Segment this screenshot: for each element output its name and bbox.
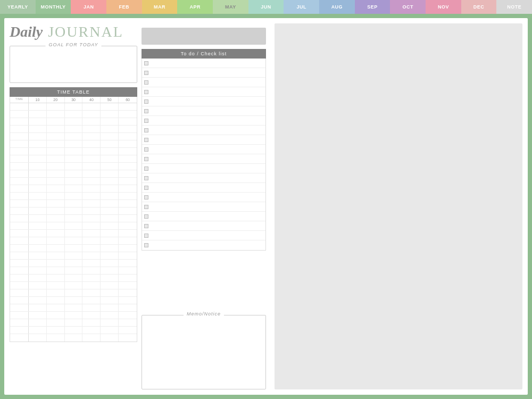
timetable-cell[interactable] [101, 275, 119, 281]
timetable-cell[interactable] [47, 193, 65, 200]
checklist-item[interactable] [142, 231, 265, 240]
timetable-cell[interactable] [101, 297, 119, 304]
timetable-cell[interactable] [101, 282, 119, 289]
timetable-cell[interactable] [119, 282, 137, 289]
timetable-cell[interactable] [101, 260, 119, 267]
timetable-cell[interactable] [119, 118, 137, 125]
timetable-cell[interactable] [29, 118, 47, 125]
checklist-item[interactable] [142, 193, 265, 202]
checklist-item[interactable] [142, 78, 265, 87]
memo-section[interactable]: Memo/Notice [142, 315, 266, 389]
timetable-cell[interactable] [65, 282, 83, 289]
checklist-checkbox[interactable] [144, 234, 148, 238]
timetable-cell[interactable] [119, 304, 137, 311]
checklist-checkbox[interactable] [144, 176, 148, 180]
timetable-cell[interactable] [82, 103, 101, 110]
checklist-item[interactable] [142, 59, 265, 68]
timetable-cell[interactable] [119, 319, 137, 326]
checklist-checkbox[interactable] [144, 214, 148, 219]
timetable-cell[interactable] [119, 230, 137, 237]
timetable-cell[interactable] [82, 163, 101, 170]
timetable-cell[interactable] [65, 207, 83, 214]
timetable-cell[interactable] [29, 282, 47, 289]
timetable-cell[interactable] [29, 207, 47, 214]
nav-tab-feb[interactable]: FEB [106, 0, 142, 14]
timetable-cell[interactable] [29, 275, 47, 281]
checklist-checkbox[interactable] [144, 167, 148, 171]
timetable-cell[interactable] [47, 111, 65, 118]
timetable-cell[interactable] [65, 289, 83, 296]
timetable-cell[interactable] [65, 133, 83, 140]
timetable-cell[interactable] [29, 163, 47, 170]
timetable-cell[interactable] [65, 148, 83, 155]
timetable-cell[interactable] [101, 200, 119, 207]
timetable-cell[interactable] [101, 111, 119, 118]
timetable-cell[interactable] [29, 103, 47, 110]
timetable-cell[interactable] [65, 193, 83, 200]
checklist-checkbox[interactable] [144, 138, 148, 142]
nav-tab-aug[interactable]: AUG [319, 0, 355, 14]
timetable-cell[interactable] [29, 126, 47, 132]
nav-tab-yearly[interactable]: YEARLY [0, 0, 36, 14]
timetable-cell[interactable] [29, 140, 47, 147]
checklist-checkbox[interactable] [144, 224, 148, 228]
timetable-cell[interactable] [119, 207, 137, 214]
timetable-cell[interactable] [29, 111, 47, 118]
timetable-cell[interactable] [101, 304, 119, 311]
timetable-cell[interactable] [119, 237, 137, 244]
timetable-cell[interactable] [82, 260, 101, 267]
timetable-cell[interactable] [101, 222, 119, 229]
checklist-item[interactable] [142, 202, 265, 212]
timetable-cell[interactable] [29, 267, 47, 274]
timetable-cell[interactable] [82, 111, 101, 118]
timetable-cell[interactable] [47, 297, 65, 304]
nav-tab-mar[interactable]: MAR [142, 0, 178, 14]
timetable-cell[interactable] [29, 334, 47, 342]
timetable-cell[interactable] [119, 126, 137, 132]
timetable-cell[interactable] [119, 178, 137, 185]
timetable-cell[interactable] [119, 163, 137, 170]
timetable-cell[interactable] [47, 155, 65, 162]
timetable-cell[interactable] [101, 289, 119, 296]
timetable-cell[interactable] [65, 230, 83, 237]
checklist-checkbox[interactable] [144, 90, 148, 94]
timetable-cell[interactable] [82, 319, 101, 326]
timetable-cell[interactable] [119, 133, 137, 140]
date-box[interactable] [142, 28, 266, 45]
timetable-cell[interactable] [101, 207, 119, 214]
timetable-cell[interactable] [65, 170, 83, 177]
nav-tab-dec[interactable]: DEC [461, 0, 497, 14]
timetable-cell[interactable] [119, 148, 137, 155]
timetable-cell[interactable] [119, 267, 137, 274]
checklist-item[interactable] [142, 87, 265, 97]
timetable-cell[interactable] [119, 252, 137, 259]
timetable-cell[interactable] [101, 140, 119, 147]
checklist-checkbox[interactable] [144, 243, 148, 247]
timetable-cell[interactable] [82, 215, 101, 222]
timetable-cell[interactable] [29, 252, 47, 259]
timetable-cell[interactable] [29, 312, 47, 319]
timetable-cell[interactable] [47, 289, 65, 296]
checklist-item[interactable] [142, 145, 265, 154]
timetable-cell[interactable] [82, 185, 101, 192]
checklist-item[interactable] [142, 164, 265, 173]
checklist-item[interactable] [142, 154, 265, 164]
timetable-cell[interactable] [119, 111, 137, 118]
nav-tab-jan[interactable]: JAN [71, 0, 106, 14]
timetable-cell[interactable] [29, 230, 47, 237]
checklist-item[interactable] [142, 116, 265, 126]
nav-tab-note[interactable]: NOTE [496, 0, 532, 14]
timetable-cell[interactable] [47, 327, 65, 334]
timetable-cell[interactable] [65, 319, 83, 326]
timetable-cell[interactable] [101, 215, 119, 222]
timetable-cell[interactable] [29, 222, 47, 229]
timetable-cell[interactable] [29, 245, 47, 252]
timetable-cell[interactable] [119, 200, 137, 207]
timetable-cell[interactable] [47, 282, 65, 289]
timetable-cell[interactable] [47, 163, 65, 170]
checklist-checkbox[interactable] [144, 128, 148, 132]
timetable-cell[interactable] [29, 170, 47, 177]
timetable-cell[interactable] [65, 260, 83, 267]
timetable-cell[interactable] [82, 148, 101, 155]
checklist-item[interactable] [142, 68, 265, 78]
